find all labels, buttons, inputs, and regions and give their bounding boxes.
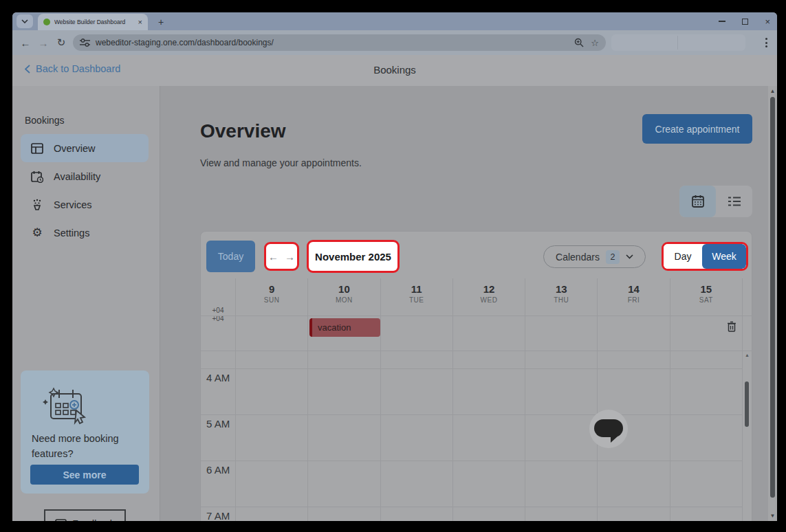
hour-label: 4 AM (206, 372, 230, 384)
calendar-toolbar: Today ← → November 2025 Calendars 2 Da (201, 232, 752, 278)
prev-week-icon[interactable]: ← (268, 251, 279, 263)
gear-icon: ⚙ (30, 226, 44, 240)
window-close-icon[interactable]: × (765, 17, 770, 26)
day-header: 15SAT (670, 278, 742, 304)
scrollbar-thumb[interactable] (770, 97, 775, 498)
day-column[interactable]: 15SAT (670, 278, 743, 521)
feedback-label: Feedback (72, 518, 114, 521)
day-column[interactable]: 13THU (525, 278, 597, 521)
url-bar[interactable]: webeditor-staging.one.com/dashboard/book… (73, 34, 606, 51)
overview-icon (30, 142, 44, 155)
day-column[interactable]: 10MON (307, 278, 380, 521)
chevron-down-icon (21, 19, 28, 23)
create-appointment-button[interactable]: Create appointment (642, 114, 752, 144)
sidebar: Bookings Overview Availability (12, 86, 160, 521)
feedback-bubble-icon (55, 519, 67, 522)
calendars-count-badge: 2 (606, 250, 620, 264)
list-view-icon (728, 196, 741, 207)
header-divider (201, 315, 752, 316)
view-toggle (679, 186, 752, 217)
sidebar-item-label: Services (54, 199, 92, 210)
main-content: Overview View and manage your appointmen… (161, 86, 777, 521)
day-column[interactable]: 11TUE (380, 278, 452, 521)
month-label-highlight[interactable]: November 2025 (307, 240, 400, 273)
time-gutter: +04 +04 4 AM 5 AM 6 AM 7 AM (201, 278, 235, 521)
day-week-toggle: Day Week (662, 242, 748, 271)
scrollbar-thumb[interactable] (745, 381, 749, 427)
calendar-view-button[interactable] (679, 186, 716, 217)
sidebar-item-settings[interactable]: ⚙ Settings (21, 219, 149, 247)
hour-label: 5 AM (206, 418, 230, 430)
chat-bubble-icon (594, 419, 623, 437)
day-column[interactable]: 9SUN (235, 278, 307, 521)
scroll-up-icon[interactable]: ▲ (768, 88, 777, 94)
sidebar-section-title: Bookings (25, 115, 65, 126)
maximize-icon[interactable] (742, 19, 748, 25)
scroll-up-icon[interactable]: ▲ (744, 353, 750, 357)
sidebar-item-overview[interactable]: Overview (21, 134, 149, 162)
hour-line (201, 507, 743, 507)
day-column[interactable]: 12WED (452, 278, 525, 521)
chat-bubble-tail (611, 436, 618, 443)
calendars-label: Calendars (556, 252, 600, 263)
back-icon[interactable]: ← (17, 37, 34, 49)
browser-tab[interactable]: Website Builder Dashboard × (38, 14, 148, 30)
favicon-icon (43, 19, 50, 25)
window-controls: × (719, 12, 770, 30)
sidebar-items: Overview Availability Services ⚙ Set (21, 134, 149, 247)
page-header: Back to Dashboard Bookings (12, 55, 777, 86)
reload-icon[interactable]: ↻ (52, 36, 70, 49)
hour-line (201, 368, 743, 369)
hour-line (201, 414, 743, 415)
calendar-view-icon (690, 194, 706, 209)
see-more-button[interactable]: See more (30, 465, 139, 485)
availability-calendar-icon (30, 170, 44, 184)
scroll-down-icon[interactable]: ▼ (768, 513, 777, 519)
day-header: 9SUN (236, 278, 307, 304)
day-columns: 9SUN 10MON 11TUE (235, 278, 743, 521)
promo-card: Need more booking features? See more (21, 370, 149, 494)
page-scrollbar[interactable]: ▲ ▼ (768, 86, 777, 521)
page-title: Bookings (12, 64, 777, 76)
services-icon (30, 198, 44, 212)
today-button[interactable]: Today (206, 241, 255, 272)
trash-icon[interactable] (727, 321, 736, 332)
tab-strip: Website Builder Dashboard × + × (12, 12, 777, 30)
allday-divider (201, 351, 752, 351)
url-text: webeditor-staging.one.com/dashboard/book… (96, 38, 569, 47)
chat-widget-button[interactable] (589, 410, 628, 448)
hour-label: 7 AM (206, 510, 230, 521)
tab-close-icon[interactable]: × (138, 18, 142, 26)
all-day-event[interactable]: vacation (309, 318, 380, 337)
month-label: November 2025 (315, 251, 391, 263)
main-subtitle: View and manage your appointments. (200, 157, 362, 168)
list-view-button[interactable] (716, 186, 752, 217)
promo-text: Need more booking features? (32, 431, 138, 462)
tab-search-button[interactable] (17, 14, 33, 28)
bookmark-star-icon[interactable]: ☆ (591, 38, 599, 48)
next-week-icon[interactable]: → (285, 251, 295, 263)
extension-area (611, 34, 745, 51)
hour-line (201, 461, 743, 461)
calendars-dropdown[interactable]: Calendars 2 (543, 245, 646, 268)
zoom-icon[interactable] (574, 38, 584, 47)
sidebar-item-services[interactable]: Services (21, 190, 149, 219)
minimize-icon[interactable] (719, 21, 725, 22)
sidebar-item-label: Settings (54, 228, 89, 239)
calendar-illustration-icon (39, 384, 92, 427)
day-header: 14FRI (598, 278, 669, 304)
week-view-button[interactable]: Week (702, 244, 746, 269)
forward-icon[interactable]: → (34, 37, 52, 49)
day-column[interactable]: 14FRI (597, 278, 669, 521)
sidebar-item-availability[interactable]: Availability (21, 162, 149, 190)
day-header: 11TUE (381, 278, 452, 304)
tab-title: Website Builder Dashboard (54, 19, 134, 25)
feedback-button[interactable]: Feedback (44, 509, 126, 521)
day-view-button[interactable]: Day (664, 244, 702, 269)
day-header: 10MON (308, 278, 380, 304)
calendar-scrollbar[interactable]: ▲ (744, 353, 750, 521)
week-nav-highlight: ← → (264, 242, 299, 271)
sidebar-item-label: Overview (54, 143, 95, 154)
new-tab-button[interactable]: + (154, 15, 168, 29)
browser-menu-icon[interactable] (765, 34, 767, 51)
